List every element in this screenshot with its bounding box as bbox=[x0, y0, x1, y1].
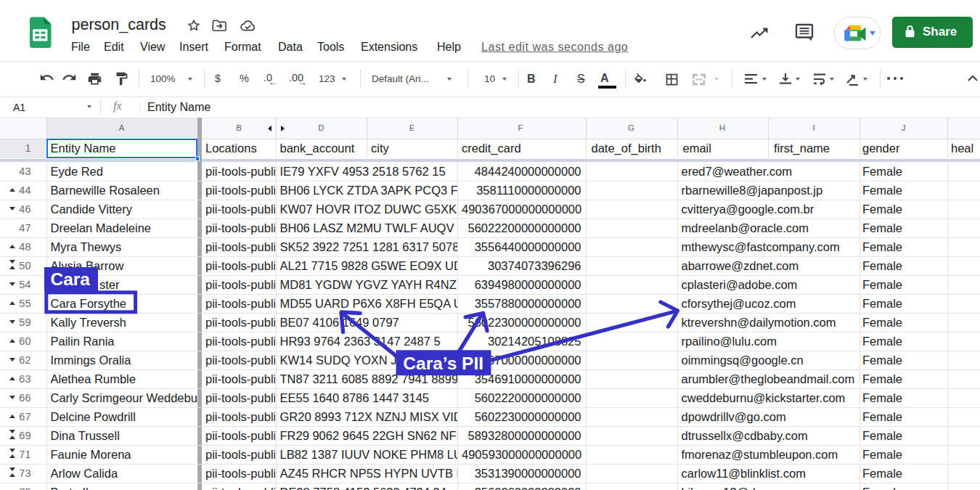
svg-text:Cara: Cara bbox=[51, 269, 91, 289]
svg-text:Cara’s PII: Cara’s PII bbox=[403, 354, 483, 373]
